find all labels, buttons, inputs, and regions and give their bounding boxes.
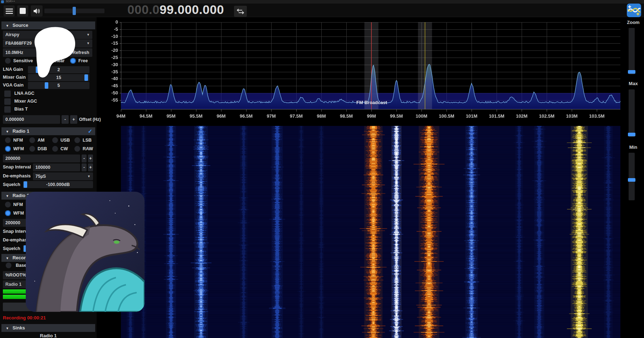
min-slider-label: Min	[623, 144, 644, 150]
swap-arrows-icon	[236, 9, 244, 14]
menu-button[interactable]	[4, 5, 15, 16]
collapse-arrow-icon: ▼	[6, 254, 9, 262]
collapse-arrow-icon: ▼	[6, 128, 9, 136]
volume-slider[interactable]	[44, 9, 104, 13]
r1-snap-input[interactable]: 100000	[33, 163, 80, 171]
r1-bandwidth-input[interactable]: 200000	[3, 155, 80, 162]
bias-t-checkbox[interactable]	[4, 106, 11, 113]
vga-gain-label: VGA Gain	[3, 83, 24, 88]
r1-squelch-handle[interactable]	[24, 181, 27, 188]
gainmode-free-label: Free	[78, 58, 88, 63]
frequency-dim-digits: 000.0	[127, 3, 160, 16]
mixer-agc-label: Mixer AGC	[14, 99, 37, 104]
chevron-down-icon: ▼	[87, 31, 90, 39]
frequency-display[interactable]: 000.099.000.000	[127, 3, 224, 17]
max-slider[interactable]	[629, 89, 635, 137]
r1-snap-minus-button[interactable]: -	[82, 163, 87, 171]
offset-minus-button[interactable]: -	[62, 115, 69, 124]
r1-mode-dsb-label: DSB	[38, 146, 47, 151]
vga-gain-slider[interactable]: 5	[28, 82, 89, 89]
offset-input[interactable]: 0.000000	[3, 115, 60, 124]
app-icon	[1, 0, 4, 3]
r1-mode-cw-label: CW	[60, 146, 68, 151]
min-slider[interactable]	[629, 153, 635, 200]
lna-agc-checkbox[interactable]	[4, 90, 11, 97]
r1-deemphasis-label: De-emphasis	[3, 173, 31, 178]
r2-squelch-label: Squelch	[3, 246, 20, 251]
r1-squelch-slider[interactable]: -100.000dB	[23, 181, 93, 188]
zoom-slider[interactable]	[629, 28, 635, 74]
recorder-baseband-radio[interactable]	[6, 263, 11, 268]
tuning-mode-button[interactable]	[234, 6, 247, 17]
mixer-gain-handle[interactable]	[84, 74, 88, 81]
r1-mode-dsb-radio[interactable]	[29, 146, 35, 152]
r1-mode-usb-radio[interactable]	[52, 137, 58, 143]
waterfall-display[interactable]	[121, 126, 620, 338]
lna-agc-label: LNA AGC	[14, 91, 34, 96]
collapse-arrow-icon: ▼	[6, 22, 9, 30]
bias-t-label: Bias T	[14, 107, 28, 112]
r1-mode-wfm-radio[interactable]	[5, 146, 11, 152]
r2-mode-wfm-radio[interactable]	[5, 210, 11, 216]
r1-snap-plus-button[interactable]: +	[88, 163, 93, 171]
chevron-down-icon: ▼	[87, 172, 91, 180]
zoom-slider-handle[interactable]	[628, 70, 635, 74]
r2-mode-wfm-label: WFM	[13, 211, 24, 216]
r2-mode-nfm-radio[interactable]	[5, 202, 11, 207]
frequency-bright-digits: 99.000.000	[160, 3, 224, 16]
r2-deemphasis-label: De-emphas	[3, 237, 27, 243]
r1-bw-minus-button[interactable]: -	[82, 155, 87, 162]
r1-mode-am-radio[interactable]	[29, 137, 35, 143]
dragon-avatar-overlay	[26, 192, 145, 312]
sdrpp-logo	[627, 4, 641, 17]
r1-mode-nfm-label: NFM	[13, 138, 23, 143]
r1-mode-wfm-label: WFM	[13, 146, 24, 151]
r1-deemphasis-select[interactable]: 75µS▼	[33, 172, 93, 180]
collapse-arrow-icon: ▼	[6, 324, 9, 332]
dragon-eye	[114, 241, 119, 244]
r1-mode-raw-label: RAW	[83, 146, 93, 151]
mixer-gain-label: Mixer Gain	[3, 75, 26, 80]
mute-button[interactable]	[31, 5, 43, 16]
gainmode-sensitive-radio[interactable]	[5, 58, 11, 64]
r1-mode-lsb-radio[interactable]	[74, 137, 80, 143]
vga-gain-handle[interactable]	[45, 82, 48, 89]
r1-mode-usb-label: USB	[60, 138, 70, 143]
r1-mode-am-label: AM	[38, 138, 44, 143]
volume-slider-handle[interactable]	[73, 7, 76, 15]
r1-squelch-label: Squelch	[3, 182, 20, 187]
speaker-icon	[33, 8, 41, 14]
white-blob-overlay	[30, 26, 76, 79]
offset-label: Offset (Hz)	[79, 117, 101, 122]
max-slider-handle[interactable]	[628, 133, 635, 136]
top-toolbar: 000.099.000.000	[0, 4, 644, 17]
min-slider-handle[interactable]	[628, 178, 635, 182]
r2-mode-nfm-label: NFM	[13, 202, 23, 207]
lna-gain-label: LNA Gain	[3, 67, 23, 72]
recording-status: Recording 00:00:21	[3, 315, 46, 320]
r2-snap-label: Snap Interv	[3, 229, 27, 234]
stop-button[interactable]	[17, 5, 28, 16]
r1-mode-lsb-label: LSB	[83, 138, 92, 143]
sinks-panel-header[interactable]: ▼Sinks	[1, 324, 95, 332]
max-slider-label: Max	[623, 81, 644, 86]
r1-mode-raw-radio[interactable]	[74, 146, 80, 152]
stop-icon	[20, 8, 26, 14]
window-title-bar: SDR++	[0, 0, 644, 4]
sinks-radio1-item[interactable]: Radio 1	[0, 333, 97, 338]
r1-bw-plus-button[interactable]: +	[88, 155, 93, 162]
radio1-panel-header[interactable]: ▼Radio 1 ✓	[1, 127, 95, 135]
mixer-agc-checkbox[interactable]	[4, 98, 11, 105]
hamburger-icon	[6, 8, 13, 14]
r1-snap-label: Snap Interval	[3, 165, 31, 170]
enabled-check-icon[interactable]: ✓	[88, 127, 92, 135]
chevron-down-icon: ▼	[87, 39, 90, 48]
fft-spectrum-plot[interactable]	[106, 17, 623, 124]
offset-plus-button[interactable]: +	[70, 115, 77, 124]
r1-mode-cw-radio[interactable]	[52, 146, 58, 152]
r1-mode-nfm-radio[interactable]	[5, 137, 11, 143]
window-title: SDR++	[6, 0, 15, 3]
zoom-slider-label: Zoom	[623, 20, 644, 25]
collapse-arrow-icon: ▼	[6, 192, 9, 200]
